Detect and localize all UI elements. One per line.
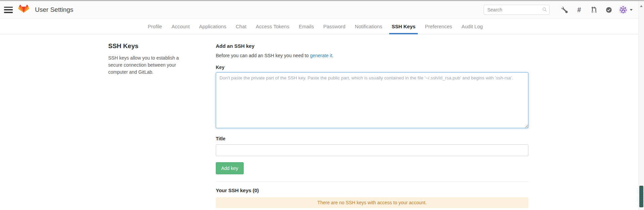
section-help-text: SSH keys allow you to establish a secure… [108, 55, 193, 76]
key-label: Key [216, 65, 528, 70]
ssh-keys-page: SSH Keys SSH keys allow you to establish… [108, 34, 528, 208]
tab-chat[interactable]: Chat [231, 19, 251, 34]
search-icon [542, 7, 547, 12]
user-menu[interactable] [619, 5, 633, 14]
tab-preferences[interactable]: Preferences [420, 19, 457, 34]
generate-key-hint: Before you can add an SSH key you need t… [216, 53, 528, 58]
hash-activity-icon[interactable]: # [572, 5, 587, 15]
page-title: User Settings [35, 6, 73, 13]
todos-check-icon[interactable] [601, 5, 616, 15]
chevron-down-icon [630, 9, 633, 11]
generate-it-link[interactable]: generate it [310, 53, 332, 58]
top-navbar: User Settings # [0, 1, 644, 19]
tab-account[interactable]: Account [167, 19, 194, 34]
tab-applications[interactable]: Applications [194, 19, 231, 34]
merge-requests-icon[interactable] [587, 5, 601, 15]
tab-emails[interactable]: Emails [294, 19, 319, 34]
add-ssh-key-form: Add an SSH key Before you can add an SSH… [216, 42, 528, 208]
scrollbar-widget[interactable] [639, 186, 643, 207]
tab-password[interactable]: Password [319, 19, 350, 34]
menu-icon[interactable] [4, 7, 13, 13]
search-box [484, 5, 550, 15]
user-avatar [619, 5, 628, 14]
key-textarea[interactable] [216, 72, 528, 128]
tab-notifications[interactable]: Notifications [350, 19, 387, 34]
wrench-icon[interactable] [557, 5, 572, 15]
title-label: Title [216, 136, 528, 141]
section-description: SSH Keys SSH keys allow you to establish… [108, 42, 216, 208]
navbar-right-group: # [484, 5, 639, 15]
hint-period: . [332, 53, 333, 58]
your-ssh-keys-heading: Your SSH keys (0) [216, 187, 528, 193]
settings-tabs: Profile Account Applications Chat Access… [0, 19, 644, 34]
tab-profile[interactable]: Profile [143, 19, 167, 34]
page-scrollbar[interactable] [638, 1, 644, 210]
empty-keys-warning: There are no SSH keys with access to you… [216, 197, 528, 208]
search-input[interactable] [484, 5, 550, 15]
section-divider [216, 181, 528, 182]
tab-access-tokens[interactable]: Access Tokens [251, 19, 294, 34]
scroll-up-arrow-icon[interactable] [640, 5, 643, 7]
section-heading: SSH Keys [108, 42, 199, 50]
add-ssh-key-heading: Add an SSH key [216, 43, 528, 49]
tab-ssh-keys[interactable]: SSH Keys [387, 19, 420, 34]
title-input[interactable] [216, 144, 528, 156]
add-key-button[interactable]: Add key [216, 162, 244, 174]
tab-audit-log[interactable]: Audit Log [457, 19, 487, 34]
gitlab-logo-icon[interactable] [18, 4, 30, 15]
hint-text: Before you can add an SSH key you need t… [216, 53, 310, 58]
